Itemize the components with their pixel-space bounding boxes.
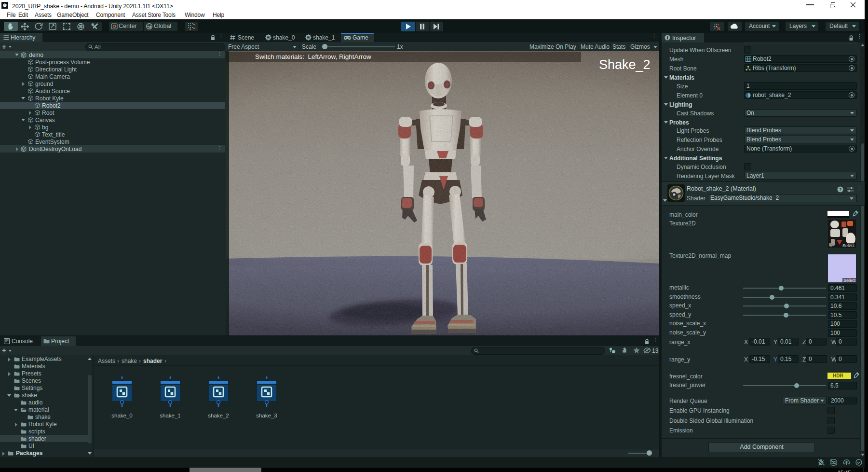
svg-text:?: ? xyxy=(839,187,842,192)
svg-text:Select: Select xyxy=(842,243,855,248)
